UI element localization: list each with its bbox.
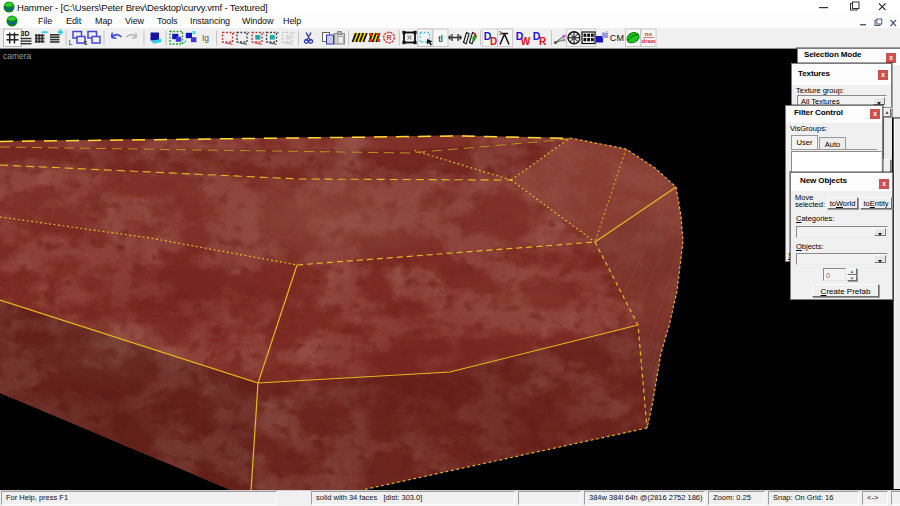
svg-text:CM: CM (610, 33, 625, 43)
svg-text:s: s (84, 39, 88, 46)
svg-text:3: 3 (498, 30, 501, 36)
svg-text:D: D (490, 36, 497, 47)
svg-text:W: W (521, 36, 531, 47)
svg-text:R: R (386, 34, 391, 41)
svg-text:draw: draw (641, 38, 655, 44)
svg-text:tl: tl (438, 33, 443, 44)
svg-text:3D: 3D (21, 30, 30, 37)
svg-text:no: no (645, 31, 653, 37)
svg-text:Ig: Ig (202, 33, 209, 43)
svg-text:R: R (539, 36, 547, 47)
svg-text:L: L (69, 39, 73, 46)
